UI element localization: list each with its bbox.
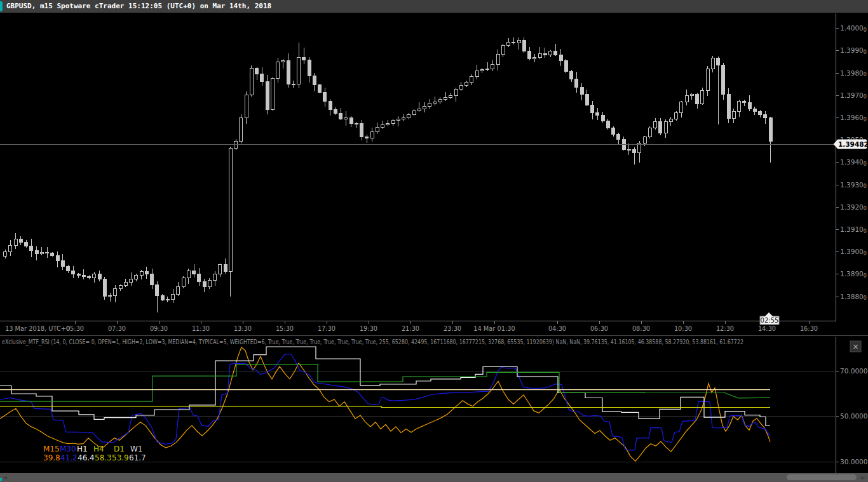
- svg-text:16:30: 16:30: [800, 325, 818, 332]
- svg-text:1.38900: 1.38900: [840, 270, 867, 279]
- candlestick-series: [4, 37, 773, 312]
- svg-text:02:55: 02:55: [761, 317, 779, 324]
- svg-text:41.2: 41.2: [60, 453, 78, 462]
- svg-text:14 Mar 01:30: 14 Mar 01:30: [473, 325, 515, 332]
- svg-text:M15: M15: [43, 445, 60, 453]
- svg-text:10:30: 10:30: [674, 325, 692, 332]
- svg-text:M30: M30: [60, 445, 76, 453]
- axes: 1.400001.399001.398001.397001.396001.395…: [0, 13, 868, 336]
- svg-text:1.38800: 1.38800: [840, 293, 867, 302]
- svg-text:15:30: 15:30: [276, 325, 294, 332]
- indicator-close-button[interactable]: ×: [850, 341, 861, 352]
- svg-text:13:30: 13:30: [234, 325, 252, 332]
- scrollbar-thumb[interactable]: [787, 474, 857, 480]
- chart-canvas: 1.400001.399001.398001.397001.396001.395…: [0, 0, 868, 482]
- svg-text:14:30: 14:30: [758, 325, 776, 332]
- close-icon: ×: [852, 342, 858, 351]
- svg-text:1.39000: 1.39000: [840, 248, 867, 257]
- title-bar: GBPUSD, m15 Spotware cTrader 15:12:05 (U…: [0, 0, 868, 13]
- teal-fragment: [0, 478, 2, 481]
- svg-text:1.39800: 1.39800: [840, 69, 867, 78]
- svg-text:09:30: 09:30: [150, 325, 168, 332]
- svg-text:06:30: 06:30: [590, 325, 608, 332]
- svg-text:1.39400: 1.39400: [840, 158, 867, 167]
- svg-text:23:30: 23:30: [444, 325, 461, 332]
- svg-text:1.39600: 1.39600: [840, 114, 867, 123]
- ctrader-window: 1.400001.399001.398001.397001.396001.395…: [0, 0, 868, 482]
- svg-text:1.39700: 1.39700: [840, 91, 867, 100]
- svg-text:70.00000: 70.00000: [840, 367, 868, 375]
- svg-text:53.9: 53.9: [112, 453, 129, 462]
- scroll-right-arrow-icon[interactable]: ►: [860, 474, 867, 481]
- svg-text:50.00000: 50.00000: [840, 412, 868, 420]
- svg-text:13 Mar 2018, UTC+0: 13 Mar 2018, UTC+0: [5, 325, 70, 332]
- svg-text:D1: D1: [114, 445, 125, 453]
- svg-text:H4: H4: [93, 445, 104, 453]
- svg-text:08:30: 08:30: [632, 325, 650, 332]
- svg-text:H1: H1: [77, 445, 88, 453]
- svg-text:1.39300: 1.39300: [840, 181, 867, 190]
- window-title: GBPUSD, m15 Spotware cTrader 15:12:05 (U…: [6, 2, 271, 10]
- svg-text:1.39200: 1.39200: [840, 203, 867, 212]
- svg-text:21:30: 21:30: [402, 325, 419, 332]
- svg-text:07:30: 07:30: [108, 325, 126, 332]
- time-tooltip: 02:55: [760, 312, 779, 325]
- svg-text:W1: W1: [130, 445, 143, 453]
- svg-text:61.7: 61.7: [129, 453, 146, 462]
- rsi-axis: 70.0000050.0000030.00000: [836, 337, 868, 473]
- svg-text:46.4: 46.4: [78, 453, 95, 462]
- indicator-parameters-text: eXclusive_MTF_RSI (14, 0, CLOSE= 0, OPEN…: [2, 338, 743, 346]
- svg-text:04:30: 04:30: [548, 325, 566, 332]
- rsi-legend: M15M30H1H4D1W139.841.246.458.353.961.7: [43, 445, 146, 462]
- svg-text:11:30: 11:30: [192, 325, 210, 332]
- svg-text:30.00000: 30.00000: [840, 458, 868, 465]
- svg-text:1.39482: 1.39482: [838, 140, 868, 148]
- svg-text:58.3: 58.3: [95, 453, 112, 462]
- symbol-accent-fragment: [0, 1, 3, 11]
- svg-text:19:30: 19:30: [360, 325, 377, 332]
- svg-text:39.8: 39.8: [43, 453, 60, 462]
- horizontal-scrollbar[interactable]: ◄ ►: [0, 473, 868, 482]
- svg-text:1.39900: 1.39900: [840, 46, 867, 55]
- svg-text:12:30: 12:30: [716, 325, 734, 332]
- rsi-indicator-series: [0, 347, 835, 462]
- current-price-line: 1.39482: [0, 140, 868, 149]
- svg-text:1.39100: 1.39100: [840, 225, 867, 234]
- svg-text:17:30: 17:30: [318, 325, 336, 332]
- svg-text:1.40000: 1.40000: [840, 24, 867, 33]
